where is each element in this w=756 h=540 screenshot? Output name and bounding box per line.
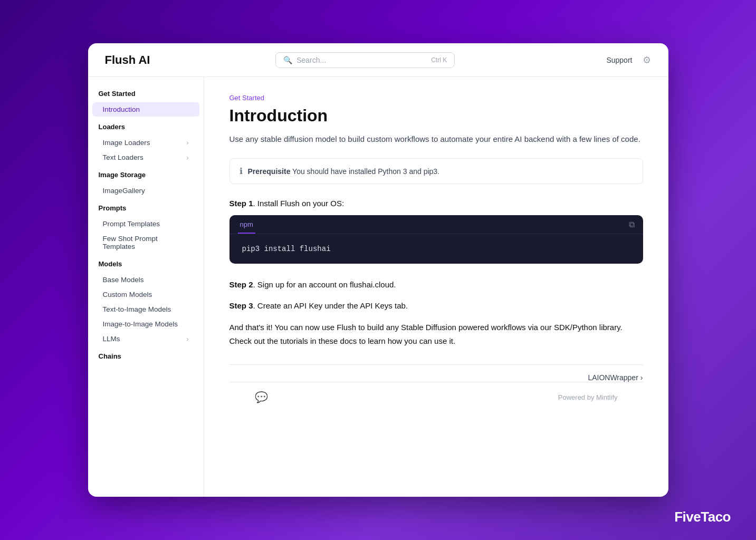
sidebar-item-label: ImageGallery [103,187,145,195]
search-icon: 🔍 [283,56,292,64]
sidebar-item-image-to-image-models[interactable]: Image-to-Image Models [92,317,199,331]
chevron-right-icon: › [187,335,189,343]
sidebar-item-label: Few Shot Prompt Templates [103,235,189,250]
sidebar-item-image-loaders[interactable]: Image Loaders › [92,136,199,150]
closing-text: And that's it! You can now use Flush to … [229,321,643,348]
chevron-right-icon: › [640,373,643,382]
prerequisite-detail: You should have installed Python 3 and p… [292,167,439,176]
sidebar-item-label: Image-to-Image Models [103,320,178,328]
fivetaco-branding: FiveTaco [674,509,731,525]
sidebar-section-chains: Chains [88,352,204,364]
sidebar-item-label: Introduction [103,105,140,113]
copy-icon[interactable]: ⧉ [629,220,635,229]
sidebar: Get Started Introduction Loaders Image L… [88,77,204,497]
sidebar-item-text-to-image-models[interactable]: Text-to-Image Models [92,302,199,316]
body: Get Started Introduction Loaders Image L… [88,77,668,497]
step3-bold: Step 3 [229,301,253,310]
sidebar-item-llms[interactable]: LLMs › [92,332,199,346]
sidebar-section-prompts: Prompts [88,204,204,216]
info-icon: ℹ [240,166,243,176]
sidebar-section-models: Models [88,260,204,272]
next-link-label: LAIONWrapper [588,373,638,382]
footer: 💬 Powered by Mintlify [229,382,643,412]
page-title: Introduction [229,106,643,126]
code-content: pip3 install flushai [229,234,643,264]
app-window: Flush AI 🔍 Search... Ctrl K Support ⚙ Ge… [88,43,668,497]
sidebar-item-base-models[interactable]: Base Models [92,273,199,287]
step1-text: . Install Flush on your OS: [253,199,344,208]
search-shortcut: Ctrl K [431,56,447,64]
prerequisite-text: Prerequisite You should have installed P… [248,167,440,176]
code-tab-npm[interactable]: npm [238,215,255,234]
header: Flush AI 🔍 Search... Ctrl K Support ⚙ [88,43,668,77]
support-link[interactable]: Support [606,56,632,64]
code-tabs: npm ⧉ [229,215,643,234]
sidebar-section-image-storage: Image Storage [88,171,204,183]
step2-bold: Step 2 [229,280,253,289]
prerequisite-box: ℹ Prerequisite You should have installed… [229,158,643,184]
chevron-right-icon: › [187,154,189,161]
step3-detail: . Create an API Key under the API Keys t… [253,301,408,310]
step1-bold: Step 1 [229,199,253,208]
step3-text: Step 3. Create an API Key under the API … [229,300,643,312]
sidebar-item-custom-models[interactable]: Custom Models [92,287,199,302]
main-content: Get Started Introduction Use any stable … [204,77,668,497]
sidebar-item-introduction[interactable]: Introduction [92,102,199,117]
sidebar-item-few-shot-prompt-templates[interactable]: Few Shot Prompt Templates [92,232,199,254]
breadcrumb: Get Started [229,94,643,102]
sidebar-item-text-loaders[interactable]: Text Loaders › [92,150,199,165]
app-title: Flush AI [105,53,200,67]
sidebar-item-label: Prompt Templates [103,220,160,228]
header-right: Support ⚙ [606,54,651,66]
sidebar-item-prompt-templates[interactable]: Prompt Templates [92,217,199,231]
sidebar-item-label: Text Loaders [103,153,143,161]
step2-text: Step 2. Sign up for an account on flusha… [229,278,643,291]
sidebar-item-label: Text-to-Image Models [103,305,171,313]
sidebar-item-label: Image Loaders [103,139,150,147]
powered-by: Powered by Mintlify [558,393,618,401]
next-nav: LAIONWrapper › [229,364,643,382]
prerequisite-bold: Prerequisite [248,167,291,176]
sidebar-item-label: Custom Models [103,291,152,298]
sidebar-item-label: Base Models [103,276,144,284]
search-placeholder: Search... [296,56,326,64]
sidebar-item-label: LLMs [103,335,120,343]
next-link[interactable]: LAIONWrapper › [588,373,643,382]
search-bar[interactable]: 🔍 Search... Ctrl K [275,52,455,68]
sidebar-section-get-started: Get Started [88,90,204,102]
page-description: Use any stable diffusion model to build … [229,133,643,146]
sidebar-section-loaders: Loaders [88,123,204,135]
discord-icon[interactable]: 💬 [255,391,268,403]
chevron-right-icon: › [187,139,189,147]
code-line: pip3 install flushai [242,245,331,253]
code-block: npm ⧉ pip3 install flushai [229,215,643,264]
gear-icon[interactable]: ⚙ [643,54,651,66]
step2-detail: . Sign up for an account on flushai.clou… [253,280,396,289]
sidebar-item-image-gallery[interactable]: ImageGallery [92,184,199,198]
step1-label: Step 1. Install Flush on your OS: [229,199,643,208]
